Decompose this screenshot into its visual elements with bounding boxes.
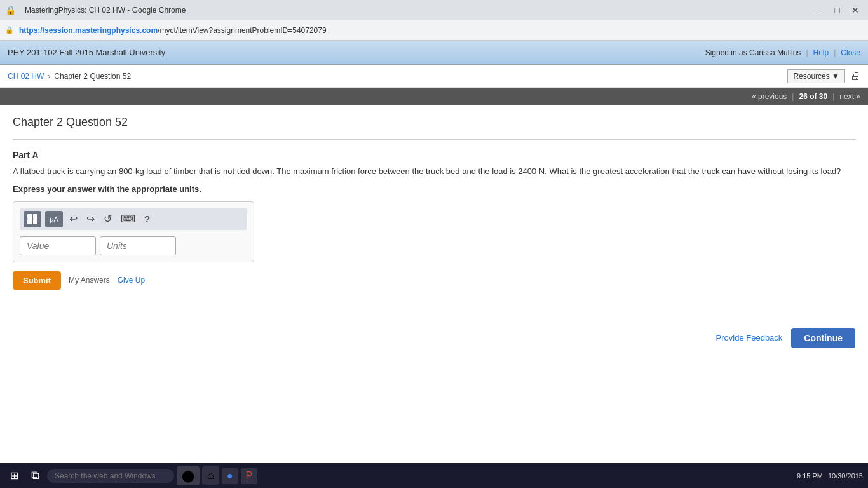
browser-titlebar: 🔒 MasteringPhysics: CH 02 HW - Google Ch… xyxy=(0,0,868,20)
my-answers-link[interactable]: My Answers xyxy=(69,276,110,285)
keyboard-button[interactable]: ⌨ xyxy=(118,211,138,227)
breadcrumb-bar: CH 02 HW › Chapter 2 Question 52 Resourc… xyxy=(0,65,868,88)
redo-button[interactable]: ↪ xyxy=(84,211,97,227)
units-input[interactable] xyxy=(100,236,176,255)
nav-count: 26 of 30 xyxy=(799,92,827,101)
value-input[interactable] xyxy=(20,236,96,255)
give-up-link[interactable]: Give Up xyxy=(118,276,145,285)
secure-icon: 🔒 xyxy=(5,26,14,34)
previous-link[interactable]: « previous xyxy=(752,92,787,101)
main-content: Chapter 2 Question 52 Part A A flatbed t… xyxy=(0,105,868,315)
window-controls: — □ ✕ xyxy=(811,4,863,17)
nav-bar: « previous | 26 of 30 | next » xyxy=(0,88,868,105)
taskbar-chrome2-app[interactable]: ● xyxy=(222,468,238,484)
header-sep-1: | xyxy=(806,48,808,57)
signed-in-text: Signed in as Carissa Mullins xyxy=(705,48,801,57)
header-sep-2: | xyxy=(834,48,836,57)
bottom-row: Provide Feedback Continue xyxy=(0,322,868,355)
close-button[interactable]: ✕ xyxy=(848,4,863,17)
breadcrumb-current: Chapter 2 Question 52 xyxy=(54,72,131,81)
start-button[interactable]: ⊞ xyxy=(5,467,24,484)
toolbar: μA ↩ ↪ ↺ ⌨ ? xyxy=(20,208,247,230)
mu-button[interactable]: μA xyxy=(45,211,63,227)
maximize-button[interactable]: □ xyxy=(831,4,844,17)
nav-sep-1: | xyxy=(792,92,794,101)
reset-button[interactable]: ↺ xyxy=(101,211,114,227)
minimize-button[interactable]: — xyxy=(811,4,827,17)
taskbar-chrome-app[interactable]: ⬤ xyxy=(177,466,200,485)
chrome-icon: ⬤ xyxy=(182,470,194,482)
close-link[interactable]: Close xyxy=(841,48,860,57)
breadcrumb-link[interactable]: CH 02 HW xyxy=(8,72,44,81)
taskbar-time: 9:15 PM xyxy=(797,472,823,480)
taskbar-search[interactable] xyxy=(47,469,174,483)
chrome2-icon: ● xyxy=(227,470,233,481)
taskbar-right: 9:15 PM 10/30/2015 xyxy=(797,472,863,480)
next-link[interactable]: next » xyxy=(839,92,860,101)
help-link[interactable]: Help xyxy=(813,48,829,57)
undo-button[interactable]: ↩ xyxy=(67,211,80,227)
browser-favicon: 🔒 xyxy=(5,5,16,15)
browser-title: MasteringPhysics: CH 02 HW - Google Chro… xyxy=(20,6,811,15)
action-row: Submit My Answers Give Up xyxy=(13,271,855,290)
submit-button[interactable]: Submit xyxy=(13,271,61,290)
header-right: Signed in as Carissa Mullins | Help | Cl… xyxy=(705,48,860,57)
toolbar-help-button[interactable]: ? xyxy=(142,211,153,227)
content-divider xyxy=(13,139,855,140)
matrix-button[interactable] xyxy=(24,211,41,227)
provide-feedback-link[interactable]: Provide Feedback xyxy=(716,333,783,342)
part-label: Part A xyxy=(13,150,855,160)
nav-sep-2: | xyxy=(832,92,834,101)
question-text: A flatbed truck is carrying an 800-kg lo… xyxy=(13,165,855,178)
taskbar-ppt-app[interactable]: P xyxy=(241,468,258,484)
taskbar-date: 10/30/2015 xyxy=(828,472,863,480)
resources-button[interactable]: Resources ▼ xyxy=(787,69,845,83)
address-bar: 🔒 https://session.masteringphysics.com/m… xyxy=(0,20,868,41)
taskbar-home-app[interactable]: ⌂ xyxy=(202,466,219,485)
url-display[interactable]: https://session.masteringphysics.com/myc… xyxy=(19,26,327,35)
taskbar: ⊞ ⧉ ⬤ ⌂ ● P 9:15 PM 10/30/2015 xyxy=(0,463,868,488)
input-row xyxy=(20,236,247,255)
ppt-icon: P xyxy=(246,470,253,481)
continue-button[interactable]: Continue xyxy=(791,328,855,348)
instructions-text: Express your answer with the appropriate… xyxy=(13,184,855,194)
print-button[interactable]: 🖨 xyxy=(850,71,860,82)
task-view-button[interactable]: ⧉ xyxy=(26,466,44,485)
site-title: PHY 201-102 Fall 2015 Marshall Universit… xyxy=(8,48,165,57)
page-title: Chapter 2 Question 52 xyxy=(13,116,855,129)
breadcrumb-separator: › xyxy=(48,72,50,81)
home-icon: ⌂ xyxy=(207,469,214,482)
site-header: PHY 201-102 Fall 2015 Marshall Universit… xyxy=(0,41,868,65)
answer-box: μA ↩ ↪ ↺ ⌨ ? xyxy=(13,201,254,262)
